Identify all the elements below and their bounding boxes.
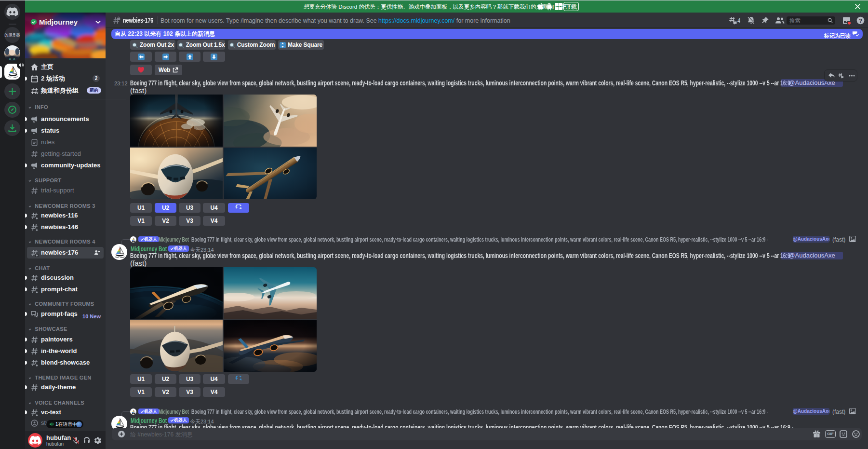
- svg-text:4: 4: [737, 17, 740, 24]
- svg-text:?: ?: [859, 18, 862, 24]
- svg-text:A__A: A__A: [9, 57, 15, 60]
